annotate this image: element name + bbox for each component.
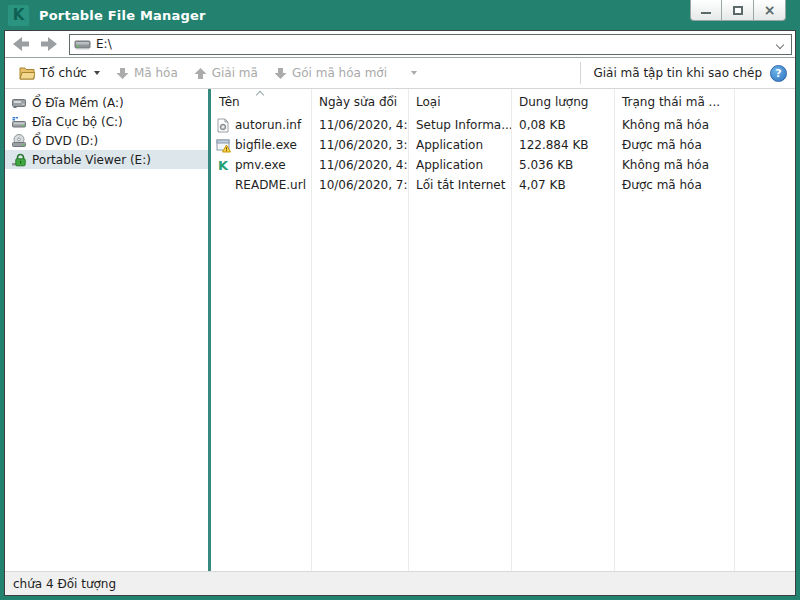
- sidebar-item-local-disk-c[interactable]: Đĩa Cục bộ (C:): [5, 112, 208, 131]
- file-encryption-status: Được mã hóa: [614, 178, 734, 192]
- help-button[interactable]: ?: [770, 65, 787, 82]
- sidebar-item-label: Portable Viewer (E:): [32, 153, 151, 167]
- maximize-icon: [733, 6, 743, 15]
- local-disk-icon: [11, 114, 27, 130]
- table-row[interactable]: README.url 10/06/2020, 7:... Lối tắt Int…: [211, 175, 795, 195]
- file-modified: 11/06/2020, 3:...: [311, 138, 408, 152]
- decrypt-label: Giải mã: [212, 66, 258, 80]
- locked-drive-icon: [11, 152, 27, 168]
- encrypt-button[interactable]: Mã hóa: [110, 63, 184, 83]
- table-row[interactable]: bigfile.exe 11/06/2020, 3:... Applicatio…: [211, 135, 795, 155]
- toolbar-separator: [580, 62, 581, 84]
- main-area: Ổ Đĩa Mềm (A:) Đĩa Cục bộ (C:): [5, 89, 795, 571]
- back-button[interactable]: [11, 36, 31, 52]
- close-icon: ×: [764, 3, 776, 17]
- chevron-down-icon[interactable]: [776, 40, 784, 48]
- decrypt-on-copy-label: Giải mã tập tin khi sao chép: [593, 66, 762, 80]
- file-type: Application: [408, 158, 511, 172]
- new-package-menu-button[interactable]: [403, 68, 423, 78]
- table-row[interactable]: autorun.inf 11/06/2020, 4:... Setup Info…: [211, 115, 795, 135]
- sidebar-item-floppy-a[interactable]: Ổ Đĩa Mềm (A:): [5, 93, 208, 112]
- file-size: 4,07 KB: [511, 178, 614, 192]
- file-size: 5.036 KB: [511, 158, 614, 172]
- new-encrypted-package-button[interactable]: Gói mã hóa mới: [268, 63, 393, 83]
- status-text: chứa 4 Đối tượng: [13, 577, 116, 591]
- maximize-button[interactable]: [722, 0, 754, 21]
- blank-file-icon: [215, 177, 231, 193]
- floppy-drive-icon: [11, 95, 27, 111]
- close-button[interactable]: ×: [754, 0, 786, 21]
- column-header-blank: [734, 89, 795, 115]
- drive-icon: [74, 38, 91, 51]
- folder-icon: [19, 67, 35, 80]
- column-divider[interactable]: [511, 89, 512, 571]
- file-type: Application: [408, 138, 511, 152]
- sidebar-item-label: Ổ DVD (D:): [32, 134, 98, 148]
- column-header-type[interactable]: Loại: [408, 89, 511, 115]
- window-content: E:\ Tổ chức Mã hóa: [4, 30, 796, 596]
- file-modified: 11/06/2020, 4:...: [311, 158, 408, 172]
- file-name: pmv.exe: [235, 158, 286, 172]
- organize-button[interactable]: Tổ chức: [13, 63, 106, 83]
- sidebar-item-portable-viewer-e[interactable]: Portable Viewer (E:): [5, 150, 208, 169]
- organize-label: Tổ chức: [40, 66, 87, 80]
- sidebar-item-dvd-d[interactable]: Ổ DVD (D:): [5, 131, 208, 150]
- kaspersky-app-icon: K: [215, 157, 231, 173]
- status-bar: chứa 4 Đối tượng: [5, 571, 795, 595]
- caret-down-icon: [411, 71, 417, 75]
- toolbar-right: Giải mã tập tin khi sao chép ?: [580, 62, 787, 84]
- new-package-label: Gói mã hóa mới: [292, 66, 387, 80]
- column-divider[interactable]: [408, 89, 409, 571]
- exe-file-icon: [215, 137, 231, 153]
- window-title: Portable File Manager: [39, 8, 206, 23]
- file-list: Tên Ngày sửa đổi Loại Dung lượng Trạng t…: [211, 89, 795, 571]
- file-type: Setup Informa...: [408, 118, 511, 132]
- file-size: 122.884 KB: [511, 138, 614, 152]
- help-icon: ?: [775, 67, 781, 80]
- file-encryption-status: Được mã hóa: [614, 138, 734, 152]
- toolbar: Tổ chức Mã hóa Giải mã: [5, 58, 795, 89]
- titlebar: K Portable File Manager ×: [0, 0, 800, 30]
- sidebar-item-label: Đĩa Cục bộ (C:): [32, 115, 123, 129]
- file-size: 0,08 KB: [511, 118, 614, 132]
- column-divider[interactable]: [734, 89, 735, 571]
- window-controls: ×: [690, 0, 786, 21]
- forward-button[interactable]: [39, 36, 59, 52]
- minimize-button[interactable]: [690, 0, 722, 21]
- column-header-size[interactable]: Dung lượng: [511, 89, 614, 115]
- file-name: README.url: [235, 178, 306, 192]
- app-window: K Portable File Manager ×: [0, 0, 800, 600]
- address-combobox[interactable]: E:\: [69, 34, 792, 55]
- address-text: E:\: [96, 37, 112, 51]
- table-row[interactable]: K pmv.exe 11/06/2020, 4:... Application …: [211, 155, 795, 175]
- decrypt-button[interactable]: Giải mã: [188, 63, 264, 83]
- file-name: autorun.inf: [235, 118, 301, 132]
- file-modified: 10/06/2020, 7:...: [311, 178, 408, 192]
- encrypt-label: Mã hóa: [134, 66, 178, 80]
- sidebar-item-label: Ổ Đĩa Mềm (A:): [32, 96, 124, 110]
- nav-buttons: [11, 36, 59, 52]
- toolbar-left: Tổ chức Mã hóa Giải mã: [13, 63, 580, 83]
- column-divider[interactable]: [614, 89, 615, 571]
- arrow-down-icon: [116, 67, 129, 80]
- file-encryption-status: Không mã hóa: [614, 118, 734, 132]
- column-divider[interactable]: [311, 89, 312, 571]
- file-encryption-status: Không mã hóa: [614, 158, 734, 172]
- caret-down-icon: [94, 71, 100, 75]
- drives-sidebar: Ổ Đĩa Mềm (A:) Đĩa Cục bộ (C:): [5, 89, 208, 571]
- inf-file-icon: [215, 117, 231, 133]
- table-header: Tên Ngày sửa đổi Loại Dung lượng Trạng t…: [211, 89, 795, 115]
- kaspersky-logo-icon: K: [8, 5, 29, 26]
- dvd-drive-icon: [11, 133, 27, 149]
- column-header-modified[interactable]: Ngày sửa đổi: [311, 89, 408, 115]
- file-type: Lối tắt Internet: [408, 178, 511, 192]
- column-header-encryption-status[interactable]: Trạng thái mã ...: [614, 89, 734, 115]
- file-name: bigfile.exe: [235, 138, 297, 152]
- navigation-bar: E:\: [5, 31, 795, 58]
- logo-letter: K: [13, 6, 25, 24]
- arrow-down-icon: [274, 67, 287, 80]
- arrow-up-icon: [194, 67, 207, 80]
- minimize-icon: [701, 12, 711, 14]
- file-modified: 11/06/2020, 4:...: [311, 118, 408, 132]
